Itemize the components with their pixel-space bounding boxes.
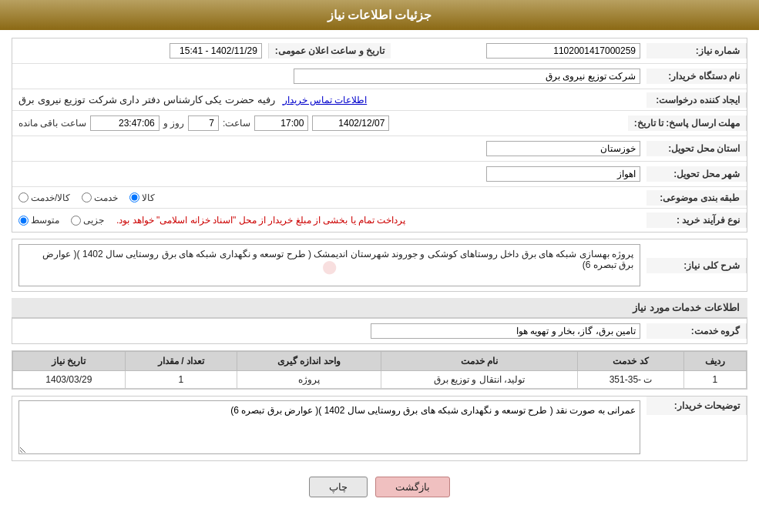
days-label: روز و bbox=[163, 118, 184, 129]
label-purchase-type: نوع فرآیند خرید : bbox=[646, 212, 747, 228]
input-response-time[interactable] bbox=[254, 115, 308, 131]
col-quantity: تعداد / مقدار bbox=[125, 352, 237, 371]
label-province: استان محل تحویل: bbox=[646, 141, 747, 156]
value-request-number bbox=[391, 41, 646, 61]
value-buyer-org bbox=[12, 66, 646, 86]
row-category: طبقه بندی موضوعی: کالا/خدمت خدمت کالا bbox=[12, 187, 747, 209]
radio-kala[interactable] bbox=[129, 192, 139, 202]
row-city: شهر محل تحویل: bbox=[12, 162, 747, 187]
category-option-khedmat: خدمت bbox=[82, 192, 118, 203]
row-response-deadline: مهلت ارسال پاسخ: تا تاریخ: ساعت باقی مان… bbox=[12, 111, 747, 136]
label-needs-desc: شرح کلی نیاز: bbox=[646, 258, 747, 273]
value-response-deadline: ساعت باقی مانده روز و ساعت: bbox=[12, 113, 628, 133]
remaining-time-label: ساعت باقی مانده bbox=[18, 118, 86, 129]
page-title: جزئیات اطلاعات نیاز bbox=[327, 8, 432, 22]
form-section-top: شماره نیاز: تاریخ و ساعت اعلان عمومی: نا… bbox=[12, 38, 747, 233]
cell-unit: پروژه bbox=[237, 371, 381, 389]
time-label: ساعت: bbox=[223, 118, 250, 129]
value-buyer-desc bbox=[12, 396, 646, 460]
radio-motavasset[interactable] bbox=[18, 216, 29, 226]
row-needs-desc-title: شرح کلی نیاز: ● پروژه بهسازی شبکه های بر… bbox=[12, 239, 747, 291]
col-service-name: نام خدمت bbox=[381, 352, 578, 371]
label-buyer-org: نام دستگاه خریدار: bbox=[646, 69, 747, 84]
table-row: 1 ت -35-351 تولید، انتقال و توزیع برق پر… bbox=[13, 371, 747, 389]
row-request-number: شماره نیاز: تاریخ و ساعت اعلان عمومی: bbox=[12, 38, 747, 64]
label-request-number: شماره نیاز: bbox=[646, 43, 747, 59]
value-purchase-type: متوسط جزیی پرداخت تمام یا بخشی از مبلغ خ… bbox=[12, 211, 646, 229]
needs-desc-box: ● پروژه بهسازی شبکه های برق داخل روستاها… bbox=[18, 244, 640, 286]
label-city: شهر محل تحویل: bbox=[646, 166, 747, 182]
value-service-group bbox=[12, 321, 646, 341]
radio-jozii[interactable] bbox=[71, 216, 81, 226]
print-button[interactable]: چاپ bbox=[309, 477, 368, 497]
table-header-row: ردیف کد خدمت نام خدمت واحد اندازه گیری ت… bbox=[13, 352, 747, 371]
input-request-number[interactable] bbox=[486, 43, 640, 59]
button-row: بازگشت چاپ bbox=[12, 467, 747, 504]
creator-contact-link[interactable]: اطلاعات تماس خریدار bbox=[283, 95, 368, 105]
cell-service-name: تولید، انتقال و توزیع برق bbox=[381, 371, 578, 389]
input-buyer-org[interactable] bbox=[294, 69, 640, 84]
value-category: کالا/خدمت خدمت کالا bbox=[12, 190, 646, 206]
col-unit: واحد اندازه گیری bbox=[237, 352, 381, 371]
back-button[interactable]: بازگشت bbox=[375, 477, 450, 497]
value-announcement-datetime bbox=[12, 41, 268, 61]
category-option-kala-khedmat: کالا/خدمت bbox=[18, 192, 70, 203]
service-table-section: ردیف کد خدمت نام خدمت واحد اندازه گیری ت… bbox=[12, 350, 747, 390]
label-kala: کالا bbox=[142, 192, 155, 203]
label-jozii: جزیی bbox=[83, 215, 104, 226]
label-category: طبقه بندی موضوعی: bbox=[646, 190, 747, 206]
textarea-buyer-desc[interactable] bbox=[18, 400, 640, 454]
input-remaining-time[interactable] bbox=[90, 115, 160, 131]
creator-name: رفیه حضرت یکی کارشناس دفتر داری شرکت توز… bbox=[18, 94, 275, 105]
row-creator: ایجاد کننده درخواست: رفیه حضرت یکی کارشن… bbox=[12, 89, 747, 111]
input-province[interactable] bbox=[486, 141, 640, 156]
value-city bbox=[12, 164, 646, 184]
label-announcement-datetime: تاریخ و ساعت اعلان عمومی: bbox=[268, 43, 391, 59]
col-date: تاریخ نیاز bbox=[13, 352, 126, 371]
section-needs-desc: شرح کلی نیاز: ● پروژه بهسازی شبکه های بر… bbox=[12, 239, 747, 292]
main-content: شماره نیاز: تاریخ و ساعت اعلان عمومی: نا… bbox=[0, 30, 759, 511]
value-needs-desc: ● پروژه بهسازی شبکه های برق داخل روستاها… bbox=[12, 242, 646, 289]
purchase-type-radio-group: متوسط جزیی bbox=[18, 215, 104, 226]
row-province: استان محل تحویل: bbox=[12, 136, 747, 162]
input-service-group[interactable] bbox=[371, 323, 640, 339]
label-buyer-desc: توضیحات خریدار: bbox=[646, 396, 747, 415]
table-header: ردیف کد خدمت نام خدمت واحد اندازه گیری ت… bbox=[13, 352, 747, 371]
needs-desc-text: پروژه بهسازی شبکه های برق داخل روستاهای … bbox=[42, 249, 633, 270]
section-buyer-desc: توضیحات خریدار: bbox=[12, 396, 747, 461]
row-buyer-org: نام دستگاه خریدار: bbox=[12, 64, 747, 89]
label-khedmat: خدمت bbox=[94, 192, 118, 203]
label-motavasset: متوسط bbox=[31, 215, 59, 226]
col-row-num: ردیف bbox=[683, 352, 746, 371]
input-response-date[interactable] bbox=[312, 115, 389, 131]
row-buyer-desc: توضیحات خریدار: bbox=[12, 396, 747, 460]
input-announcement-datetime[interactable] bbox=[170, 43, 262, 59]
cell-service-code: ت -35-351 bbox=[578, 371, 683, 389]
label-kala-khedmat: کالا/خدمت bbox=[31, 192, 70, 203]
label-creator: ایجاد کننده درخواست: bbox=[646, 92, 747, 108]
page-header: جزئیات اطلاعات نیاز bbox=[0, 0, 759, 30]
value-province bbox=[12, 139, 646, 159]
service-info-title: اطلاعات خدمات مورد نیاز bbox=[12, 298, 747, 318]
label-service-group: گروه خدمت: bbox=[646, 323, 747, 339]
row-purchase-type: نوع فرآیند خرید : متوسط جزیی پرداخت تمام… bbox=[12, 209, 747, 232]
cell-date: 1403/03/29 bbox=[13, 371, 126, 389]
service-table: ردیف کد خدمت نام خدمت واحد اندازه گیری ت… bbox=[12, 351, 747, 389]
input-city[interactable] bbox=[486, 166, 640, 182]
category-option-kala: کالا bbox=[129, 192, 155, 203]
purchase-type-option-jozii: جزیی bbox=[71, 215, 104, 226]
radio-khedmat[interactable] bbox=[82, 192, 92, 202]
input-days[interactable] bbox=[188, 115, 219, 131]
cell-row-num: 1 bbox=[683, 371, 746, 389]
table-body: 1 ت -35-351 تولید، انتقال و توزیع برق پر… bbox=[13, 371, 747, 389]
section-service-group: گروه خدمت: bbox=[12, 318, 747, 344]
value-creator: رفیه حضرت یکی کارشناس دفتر داری شرکت توز… bbox=[12, 92, 646, 108]
cell-quantity: 1 bbox=[125, 371, 237, 389]
col-service-code: کد خدمت bbox=[578, 352, 683, 371]
radio-kala-khedmat[interactable] bbox=[18, 192, 29, 202]
row-service-group: گروه خدمت: bbox=[12, 319, 747, 343]
purchase-type-note: پرداخت تمام یا بخشی از مبلغ خریدار از مح… bbox=[110, 213, 411, 227]
label-response-deadline: مهلت ارسال پاسخ: تا تاریخ: bbox=[628, 115, 747, 131]
category-radio-group: کالا/خدمت خدمت کالا bbox=[18, 192, 640, 203]
purchase-type-option-motavasset: متوسط bbox=[18, 215, 59, 226]
